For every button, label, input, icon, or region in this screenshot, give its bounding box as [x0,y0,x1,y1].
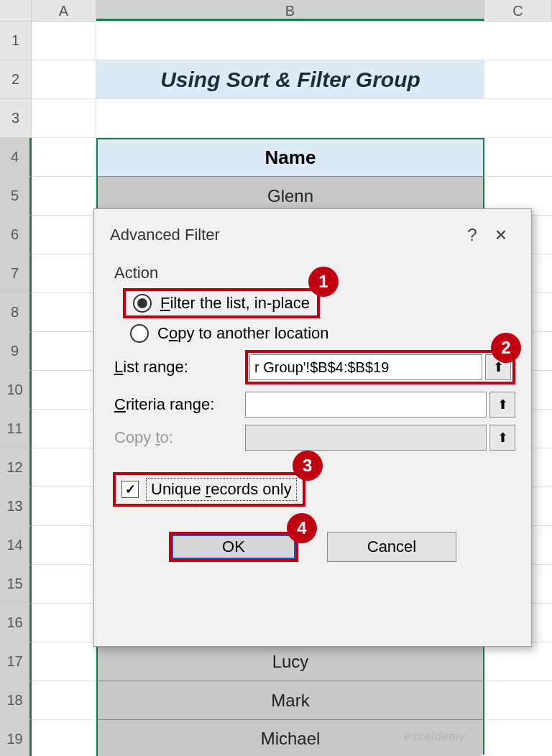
row-headers: 1 2 3 4 5 6 7 8 9 10 11 12 13 14 15 16 1… [0,22,32,756]
cell-A12[interactable] [32,448,96,487]
cell-B1[interactable] [96,22,484,60]
checkbox-icon: ✓ [121,481,139,498]
copy-to-group: ⬆ [245,425,515,451]
annotation-badge-1: 1 [308,267,339,297]
row-header-7[interactable]: 7 [0,254,32,293]
cell-A11[interactable] [32,410,96,448]
annotation-badge-4: 4 [287,513,317,543]
cell-A8[interactable] [32,293,96,332]
cell-C3[interactable] [484,99,552,138]
cell-A15[interactable] [32,565,96,604]
list-range-group: ⬆ [245,350,515,384]
ok-button[interactable]: OK 4 [169,532,298,562]
cell-C1[interactable] [484,22,552,60]
radio-copy-location-label: Copy to another location [157,324,329,343]
criteria-range-label: Criteria range: [114,395,236,414]
cell-A7[interactable] [32,254,96,293]
row-header-14[interactable]: 14 [0,526,32,565]
row-header-4[interactable]: 4 [0,138,32,177]
row-header-5[interactable]: 5 [0,177,32,216]
copy-to-label: Copy to: [114,428,236,447]
radio-filter-in-place-label: Filter the list, in-place [160,294,310,313]
cell-B3[interactable] [96,99,484,138]
radio-filter-in-place[interactable]: Filter the list, in-place 1 [123,288,320,318]
row-header-18[interactable]: 18 [0,681,32,720]
ok-button-label: OK [222,538,245,556]
row-header-17[interactable]: 17 [0,642,32,681]
annotation-badge-2: 2 [491,333,521,363]
row-header-13[interactable]: 13 [0,487,32,526]
row-header-9[interactable]: 9 [0,332,32,371]
radio-icon [133,294,152,313]
criteria-range-group: ⬆ [245,392,515,418]
collapse-range-icon[interactable]: ⬆ [489,425,515,451]
cell-A4[interactable] [32,138,96,177]
row-header-16[interactable]: 16 [0,604,32,642]
list-range-label: List range: [114,358,236,377]
copy-to-input [245,425,487,451]
cell-C18[interactable] [484,681,552,720]
criteria-range-input[interactable] [245,392,487,418]
unique-records-checkbox[interactable]: ✓ Unique records only 3 [113,472,305,507]
advanced-filter-dialog: Advanced Filter ? × Action Filter the li… [93,208,532,647]
radio-icon [130,324,149,343]
cell-A1[interactable] [32,22,96,60]
cell-C4[interactable] [484,138,552,177]
row-header-3[interactable]: 3 [0,99,32,138]
table-row[interactable]: Mark [96,681,484,720]
cell-C17[interactable] [484,642,552,681]
col-header-B[interactable]: B [96,0,484,21]
row-header-19[interactable]: 19 [0,720,32,756]
close-icon[interactable]: × [487,223,515,246]
cell-C2[interactable] [484,60,552,99]
select-all-corner[interactable] [0,0,32,21]
collapse-range-icon[interactable]: ⬆ [489,392,515,418]
row-header-10[interactable]: 10 [0,371,32,410]
column-headers-row: A B C [0,0,552,22]
page-title[interactable]: Using Sort & Filter Group [96,60,484,99]
table-header-name[interactable]: Name [96,138,484,177]
col-header-C[interactable]: C [484,0,552,21]
cell-C19[interactable] [484,720,552,756]
cell-A10[interactable] [32,371,96,410]
table-row[interactable]: Lucy [96,642,484,681]
help-button[interactable]: ? [458,225,487,245]
cell-A13[interactable] [32,487,96,526]
cell-A17[interactable] [32,642,96,681]
annotation-badge-3: 3 [293,451,323,481]
cell-A14[interactable] [32,526,96,565]
dialog-title: Advanced Filter [110,226,458,244]
radio-copy-location[interactable]: Copy to another location [130,324,515,343]
row-header-1[interactable]: 1 [0,22,32,60]
cell-A3[interactable] [32,99,96,138]
row-header-15[interactable]: 15 [0,565,32,604]
list-range-input[interactable] [249,354,482,380]
row-header-12[interactable]: 12 [0,448,32,487]
cell-A2[interactable] [32,60,96,99]
cell-A6[interactable] [32,216,96,254]
cell-A18[interactable] [32,681,96,720]
cell-A19[interactable] [32,720,96,756]
row-header-8[interactable]: 8 [0,293,32,332]
watermark: exceldemy [405,730,466,743]
dialog-title-bar[interactable]: Advanced Filter ? × [110,221,515,249]
cell-A5[interactable] [32,177,96,216]
row-header-6[interactable]: 6 [0,216,32,254]
cell-A9[interactable] [32,332,96,371]
cancel-button[interactable]: Cancel [327,532,456,562]
row-header-11[interactable]: 11 [0,410,32,448]
row-header-2[interactable]: 2 [0,60,32,99]
cell-A16[interactable] [32,604,96,642]
col-header-A[interactable]: A [32,0,96,21]
unique-records-label: Unique records only [146,478,297,501]
